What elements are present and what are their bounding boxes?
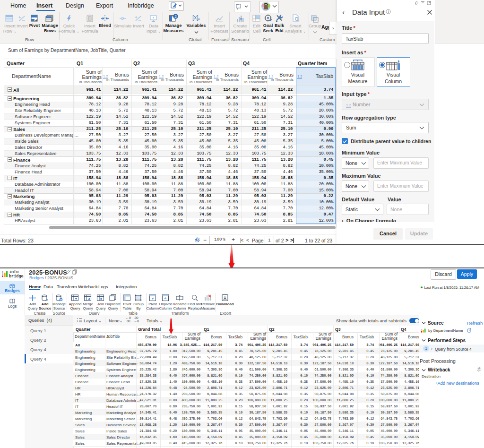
svg-text:[x]: [x] — [192, 14, 199, 21]
svg-text:2: 2 — [174, 14, 177, 19]
